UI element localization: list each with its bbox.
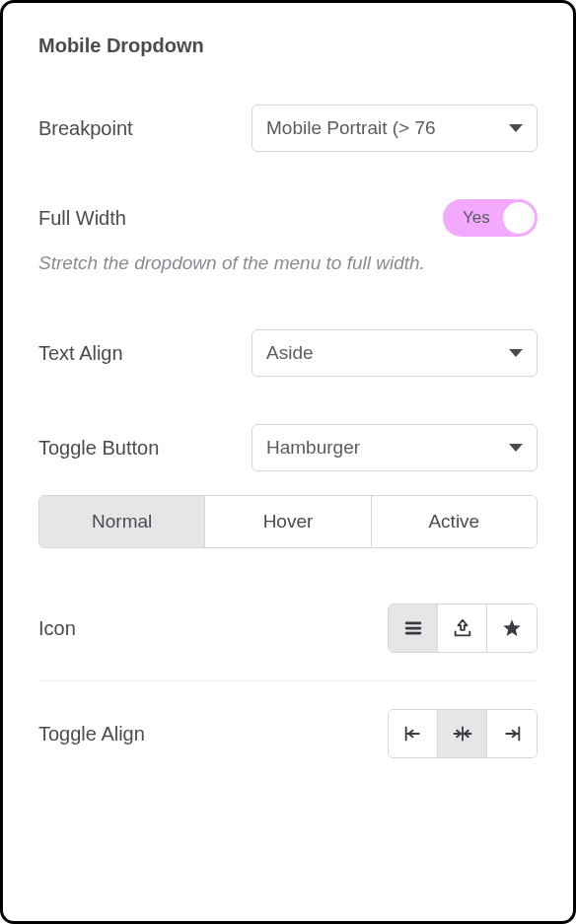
- text-align-label: Text Align: [38, 342, 123, 365]
- toggle-button-row: Toggle Button Hamburger: [38, 424, 538, 471]
- full-width-value: Yes: [463, 208, 490, 228]
- toggle-button-label: Toggle Button: [38, 437, 159, 460]
- toggle-align-row: Toggle Align: [38, 709, 538, 758]
- star-icon: [501, 617, 523, 639]
- icon-option-default[interactable]: [389, 604, 438, 652]
- text-align-select[interactable]: Aside: [252, 329, 538, 377]
- svg-rect-0: [404, 622, 421, 625]
- state-tab-group: Normal Hover Active: [38, 495, 538, 548]
- breakpoint-select[interactable]: Mobile Portrait (> 76: [252, 105, 538, 152]
- section-title: Mobile Dropdown: [38, 35, 538, 57]
- toggle-button-value: Hamburger: [266, 437, 360, 459]
- toggle-button-select[interactable]: Hamburger: [252, 424, 538, 471]
- breakpoint-row: Breakpoint Mobile Portrait (> 76: [38, 105, 538, 152]
- svg-rect-1: [404, 627, 421, 630]
- icon-option-upload[interactable]: [438, 604, 487, 652]
- chevron-down-icon: [509, 349, 523, 357]
- divider: [38, 680, 538, 681]
- toggle-align-label: Toggle Align: [38, 723, 145, 746]
- chevron-down-icon: [509, 444, 523, 452]
- tab-hover[interactable]: Hover: [205, 496, 371, 547]
- icon-option-star[interactable]: [487, 604, 537, 652]
- breakpoint-value: Mobile Portrait (> 76: [266, 117, 436, 139]
- mobile-dropdown-panel: Mobile Dropdown Breakpoint Mobile Portra…: [0, 0, 576, 924]
- svg-rect-2: [404, 632, 421, 635]
- tab-normal[interactable]: Normal: [39, 496, 205, 547]
- text-align-row: Text Align Aside: [38, 329, 538, 377]
- full-width-help: Stretch the dropdown of the menu to full…: [38, 252, 538, 274]
- text-align-value: Aside: [266, 342, 314, 364]
- align-right-icon: [501, 723, 523, 745]
- icon-option-group: [388, 604, 538, 653]
- full-width-row: Full Width Yes: [38, 199, 538, 237]
- align-left-icon: [402, 723, 424, 745]
- toggle-knob: [503, 202, 535, 234]
- icon-row: Icon: [38, 604, 538, 653]
- upload-icon: [452, 617, 473, 639]
- full-width-label: Full Width: [38, 207, 126, 230]
- hamburger-icon: [402, 617, 424, 639]
- align-center-icon: [452, 723, 473, 745]
- tab-active[interactable]: Active: [372, 496, 537, 547]
- full-width-toggle[interactable]: Yes: [443, 199, 538, 237]
- icon-label: Icon: [38, 617, 76, 640]
- toggle-align-group: [388, 709, 538, 758]
- align-center-button[interactable]: [438, 710, 487, 757]
- breakpoint-label: Breakpoint: [38, 117, 133, 140]
- align-left-button[interactable]: [389, 710, 438, 757]
- chevron-down-icon: [509, 124, 523, 132]
- align-right-button[interactable]: [487, 710, 537, 757]
